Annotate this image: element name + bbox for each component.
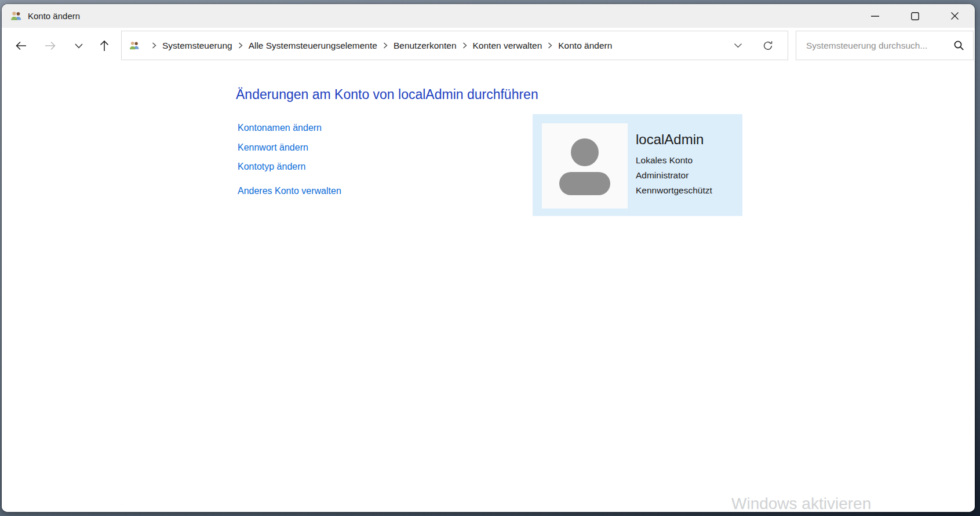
refresh-button[interactable] [756, 31, 779, 60]
account-card: localAdmin Lokales Konto Administrator K… [533, 114, 742, 216]
account-avatar [542, 123, 628, 208]
search-icon [953, 40, 964, 51]
account-detail-role: Administrator [636, 168, 712, 183]
breadcrumb-item-konten-verwalten[interactable]: Konten verwalten [473, 41, 542, 51]
window-title: Konto ändern [28, 11, 80, 21]
close-button[interactable] [935, 4, 975, 28]
breadcrumb-item-systemsteuerung[interactable]: Systemsteuerung [162, 41, 232, 51]
account-detail-password: Kennwortgeschützt [636, 183, 712, 198]
change-password-link[interactable]: Kennwort ändern [238, 142, 341, 153]
breadcrumb-item-alle-elemente[interactable]: Alle Systemsteuerungselemente [249, 41, 377, 51]
forward-button[interactable] [38, 32, 61, 59]
up-button[interactable] [93, 32, 116, 59]
manage-other-account-link[interactable]: Anderes Konto verwalten [238, 186, 341, 196]
up-arrow-icon [98, 39, 111, 53]
breadcrumb-separator-icon [383, 42, 388, 49]
change-account-type-link[interactable]: Kontotyp ändern [238, 162, 341, 172]
control-panel-window: Konto ändern [2, 4, 975, 512]
back-button[interactable] [9, 32, 32, 59]
person-silhouette-icon [542, 123, 628, 208]
navigation-toolbar: Systemsteuerung Alle Systemsteuerungsele… [2, 28, 975, 64]
desktop-background: Konto ändern [0, 0, 980, 516]
refresh-icon [762, 40, 774, 52]
recent-locations-button[interactable] [67, 32, 90, 59]
page-title: Änderungen am Konto von localAdmin durch… [236, 87, 538, 103]
breadcrumb-separator-icon [462, 42, 467, 49]
account-name: localAdmin [636, 131, 712, 148]
user-accounts-icon [129, 40, 140, 52]
account-detail-type: Lokales Konto [636, 153, 712, 168]
page-content: Änderungen am Konto von localAdmin durch… [2, 64, 975, 512]
change-account-name-link[interactable]: Kontonamen ändern [238, 123, 341, 133]
address-dropdown-button[interactable] [726, 31, 749, 60]
titlebar[interactable]: Konto ändern [2, 4, 975, 28]
account-info: localAdmin Lokales Konto Administrator K… [636, 131, 712, 198]
back-arrow-icon [14, 39, 28, 52]
breadcrumb-separator-icon [152, 42, 156, 49]
maximize-icon [911, 12, 919, 20]
close-icon [951, 12, 959, 20]
breadcrumb-separator-icon [238, 42, 243, 49]
maximize-button[interactable] [895, 4, 935, 28]
chevron-down-icon [734, 43, 742, 48]
task-links: Kontonamen ändern Kennwort ändern Kontot… [238, 123, 341, 196]
forward-arrow-icon [43, 39, 57, 52]
breadcrumb-separator-icon [548, 42, 552, 49]
minimize-button[interactable] [855, 4, 895, 28]
breadcrumb-item-benutzerkonten[interactable]: Benutzerkonten [394, 41, 457, 51]
minimize-icon [871, 16, 879, 17]
windows-activation-watermark: Windows aktivieren [731, 495, 871, 512]
breadcrumb-bar[interactable]: Systemsteuerung Alle Systemsteuerungsele… [121, 31, 788, 60]
breadcrumb-item-konto-aendern[interactable]: Konto ändern [558, 41, 612, 51]
window-controls [855, 4, 975, 28]
search-input[interactable] [796, 31, 953, 60]
chevron-down-icon [74, 43, 83, 49]
user-accounts-icon [10, 10, 23, 23]
search-box [796, 31, 974, 60]
